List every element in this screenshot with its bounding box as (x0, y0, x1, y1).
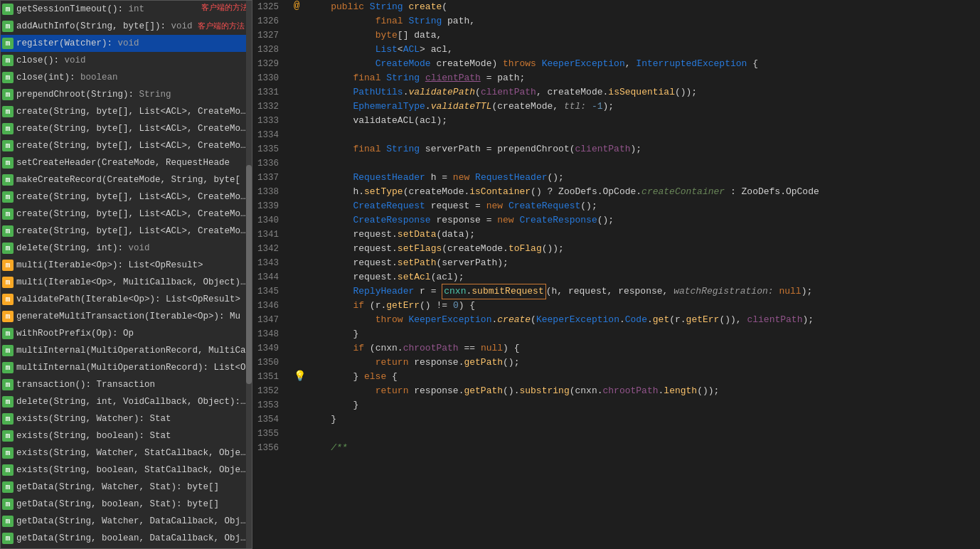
method-icon: m (2, 191, 14, 203)
list-item[interactable]: m create(String, byte[], List<ACL>, Crea… (1, 188, 252, 206)
method-label: multi(Iterable<Op>): List<OpResult> (16, 258, 203, 272)
line-number: 1349 (252, 341, 284, 356)
list-item[interactable]: m prependChroot(String): String (1, 86, 252, 103)
line-number: 1326 (252, 14, 284, 28)
code-line: ReplyHeader r = cnxn.submitRequest(h, re… (306, 284, 980, 299)
method-label: getSessionTimeout(): int (16, 2, 144, 16)
line-number: 1339 (252, 199, 284, 213)
method-icon: m (2, 174, 14, 186)
line-number: 1355 (252, 427, 284, 441)
line-number: 1344 (252, 270, 284, 284)
method-label: create(String, byte[], List<ACL>, Create… (16, 190, 249, 204)
line-number: 1347 (252, 313, 284, 327)
code-line: request.setFlags(createMode.toFlag()); (306, 242, 980, 256)
method-icon: m (2, 208, 14, 220)
list-item[interactable]: m close(int): boolean (1, 69, 252, 86)
line-number: 1325 (252, 0, 284, 14)
list-item[interactable]: m exists(String, boolean, StatCallback, … (1, 462, 252, 479)
method-icon: m (2, 481, 14, 493)
code-line: request.setData(data); (306, 228, 980, 242)
line-number: 1350 (252, 356, 284, 370)
scrollbar-thumb[interactable] (246, 165, 252, 384)
list-item[interactable]: m close(): void (1, 52, 252, 69)
code-line (306, 427, 980, 441)
line-number: 1330 (252, 71, 284, 85)
list-item[interactable]: m multiInternal(MultiOperationRecord): L… (1, 359, 252, 376)
method-icon: m (2, 277, 14, 288)
list-item[interactable]: m delete(String, int, VoidCallback, Obje… (1, 393, 252, 410)
list-item[interactable]: m multi(Iterable<Op>): List<OpResult> (1, 257, 252, 274)
code-editor-panel: 1325 1326 1327 1328 1329 1330 1331 1332 … (252, 0, 980, 549)
list-item[interactable]: m validatePath(Iterable<Op>): List<OpRes… (1, 291, 252, 308)
list-item[interactable]: m create(String, byte[], List<ACL>, Crea… (1, 206, 252, 223)
method-icon: m (2, 4, 14, 15)
list-item[interactable]: m multiInternal(MultiOperationRecord, Mu… (1, 342, 252, 359)
list-item[interactable]: m withRootPrefix(Op): Op (1, 325, 252, 342)
code-line: } (306, 412, 980, 427)
method-label: addAuthInfo(String, byte[]): void 客户端的方法 (16, 19, 245, 33)
scrollbar[interactable] (246, 1, 252, 548)
line-number: 1336 (252, 156, 284, 171)
gutter-annotation: @ (294, 0, 299, 11)
method-label: register(Watcher): void (16, 36, 139, 50)
method-icon: m (2, 362, 14, 373)
method-label: create(String, byte[], List<ACL>, Create… (16, 207, 249, 221)
code-line: byte[] data, (306, 28, 980, 43)
method-icon: m (2, 464, 14, 476)
code-line: final String path, (306, 14, 980, 28)
line-numbers: 1325 1326 1327 1328 1329 1330 1331 1332 … (252, 0, 292, 549)
line-number: 1343 (252, 256, 284, 270)
code-line: if (r.getErr() != 0) { (306, 299, 980, 313)
line-number: 1345 (252, 284, 284, 299)
method-label: create(String, byte[], List<ACL>, Create… (16, 122, 249, 136)
list-item[interactable]: m getData(String, Watcher, DataCallback,… (1, 513, 252, 530)
list-item[interactable]: m transaction(): Transaction (1, 376, 252, 393)
method-icon: m (2, 21, 14, 32)
list-item[interactable]: m multi(Iterable<Op>, MultiCallback, Obj… (1, 274, 252, 291)
code-line: CreateRequest request = new CreateReques… (306, 199, 980, 213)
line-number: 1338 (252, 185, 284, 199)
method-label: getData(String, Watcher, DataCallback, O… (16, 514, 249, 528)
list-item[interactable]: m addAuthInfo(String, byte[]): void 客户端的… (1, 18, 252, 35)
method-icon: m (2, 430, 14, 442)
list-item[interactable]: m getData(String, boolean, DataCallback,… (1, 530, 252, 547)
method-icon: m (2, 345, 14, 356)
list-item[interactable]: m getData(String, Watcher, Stat): byte[] (1, 479, 252, 496)
code-line: throw KeeperException.create(KeeperExcep… (306, 313, 980, 327)
code-area: 1325 1326 1327 1328 1329 1330 1331 1332 … (252, 0, 980, 549)
method-label: prependChroot(String): String (16, 87, 171, 102)
autocomplete-panel[interactable]: 客户端的方法 m getSessionTimeout(): int m addA… (0, 0, 252, 549)
line-number: 1342 (252, 242, 284, 256)
line-number: 1332 (252, 100, 284, 114)
method-label: delete(String, int, VoidCallback, Object… (16, 395, 249, 409)
line-number: 1352 (252, 384, 284, 398)
list-item[interactable]: m exists(String, Watcher, StatCallback, … (1, 444, 252, 462)
line-number: 1353 (252, 398, 284, 412)
list-item[interactable]: m create(String, byte[], List<ACL>, Crea… (1, 103, 252, 120)
list-item[interactable]: m makeCreateRecord(CreateMode, String, b… (1, 171, 252, 188)
list-item[interactable]: m register(Watcher): void (1, 35, 252, 52)
method-icon: m (2, 242, 14, 254)
method-label: makeCreateRecord(CreateMode, String, byt… (16, 173, 240, 187)
list-item[interactable]: m exists(String, Watcher): Stat (1, 410, 252, 427)
list-item[interactable]: m generateMultiTransaction(Iterable<Op>)… (1, 308, 252, 325)
method-label: exists(String, Watcher, StatCallback, Ob… (16, 446, 249, 460)
method-icon: m (2, 499, 14, 510)
line-number: 1334 (252, 128, 284, 142)
list-item[interactable]: m create(String, byte[], List<ACL>, Crea… (1, 120, 252, 137)
list-item[interactable]: m delete(String, int): void (1, 240, 252, 257)
line-number: 1329 (252, 57, 284, 71)
list-item[interactable]: m getData(String, boolean, Stat): byte[] (1, 496, 252, 513)
list-item[interactable]: m create(String, byte[], List<ACL>, Crea… (1, 223, 252, 240)
bulb-icon[interactable]: 💡 (294, 370, 306, 382)
list-item[interactable]: m exists(String, boolean): Stat (1, 427, 252, 444)
method-icon: m (2, 413, 14, 425)
method-icon: m (2, 311, 14, 322)
list-item[interactable]: m setCreateHeader(CreateMode, RequestHea… (1, 154, 252, 171)
method-label: withRootPrefix(Op): Op (16, 326, 134, 341)
code-line: return response.getPath().substring(cnxn… (306, 384, 980, 398)
list-item[interactable]: m create(String, byte[], List<ACL>, Crea… (1, 137, 252, 154)
method-label: delete(String, int): void (16, 241, 150, 255)
code-content[interactable]: public String create( final String path,… (306, 0, 980, 549)
method-label: exists(String, boolean): Stat (16, 429, 171, 443)
